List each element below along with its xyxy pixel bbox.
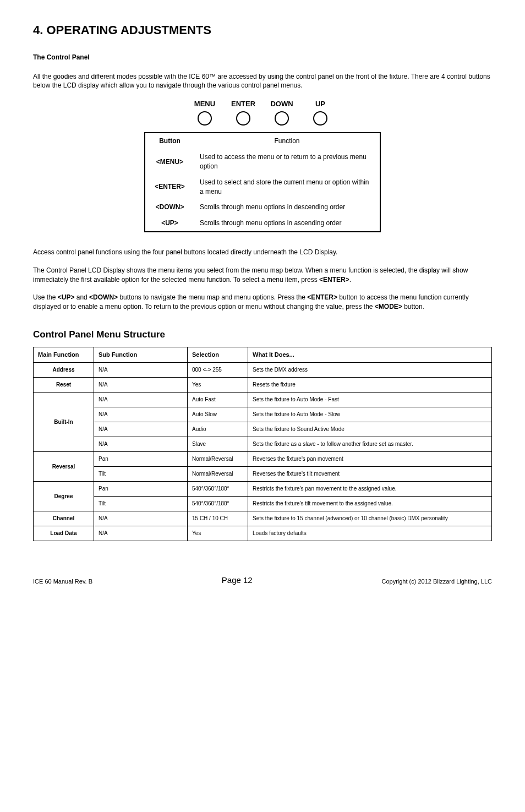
description-cell: Sets the fixture to Auto Mode - Fast: [248, 393, 492, 407]
sub-function-cell: N/A: [94, 422, 188, 437]
col-head: Selection: [188, 347, 248, 362]
main-function-cell: Reset: [34, 378, 94, 393]
function-desc-cell: Used to access the menu or to return to …: [194, 149, 380, 175]
sub-function-cell: Pan: [94, 482, 188, 497]
description-cell: Reverses the fixture's pan movement: [248, 452, 492, 467]
text: The Control Panel LCD Display shows the …: [33, 266, 468, 284]
selection-cell: Slave: [188, 437, 248, 452]
description-cell: Sets the fixture to 15 channel (advanced…: [248, 511, 492, 526]
text: .: [349, 276, 351, 284]
text: buttons to navigate the menu map and men…: [118, 293, 307, 301]
description-cell: Sets the fixture as a slave - to follow …: [248, 437, 492, 452]
panel-button-label: UP: [315, 99, 325, 109]
section-subhead: The Control Panel: [33, 53, 492, 62]
table-row: N/AAudioSets the fixture to Sound Active…: [34, 422, 492, 437]
description-cell: Sets the fixture to Sound Active Mode: [248, 422, 492, 437]
selection-cell: Normal/Reversal: [188, 452, 248, 467]
sub-function-cell: Tilt: [94, 467, 188, 482]
paragraph: Use the <UP> and <DOWN> buttons to navig…: [33, 293, 492, 312]
keycap: <ENTER>: [319, 276, 349, 284]
footer-page-number: Page 12: [92, 574, 381, 586]
sub-function-cell: Pan: [94, 452, 188, 467]
table-row: Tilt540°/360°/180°Restricts the fixture'…: [34, 497, 492, 511]
circle-icon: [275, 111, 289, 126]
sub-function-cell: N/A: [94, 393, 188, 407]
button-name-cell: <MENU>: [145, 149, 194, 175]
panel-button-label: DOWN: [270, 99, 293, 109]
table-row: TiltNormal/ReversalReverses the fixture'…: [34, 467, 492, 482]
table-row: <UP>Scrolls through menu options in asce…: [145, 215, 380, 232]
panel-button: DOWN: [266, 99, 297, 126]
table-row: ChannelN/A15 CH / 10 CHSets the fixture …: [34, 511, 492, 526]
table-row: <MENU>Used to access the menu or to retu…: [145, 149, 380, 175]
description-cell: Sets the fixture to Auto Mode - Slow: [248, 407, 492, 422]
col-head-button: Button: [145, 133, 194, 149]
keycap: <DOWN>: [89, 293, 118, 301]
sub-function-cell: N/A: [94, 378, 188, 393]
button-name-cell: <ENTER>: [145, 175, 194, 200]
col-head: Sub Function: [94, 347, 188, 362]
intro-paragraph: All the goodies and different modes poss…: [33, 72, 492, 91]
selection-cell: Auto Fast: [188, 393, 248, 407]
selection-cell: 540°/360°/180°: [188, 497, 248, 511]
circle-icon: [198, 111, 212, 126]
table-row: ResetN/AYesResets the fixture: [34, 378, 492, 393]
panel-button: UP: [305, 99, 336, 126]
panel-button-label: ENTER: [231, 99, 255, 109]
panel-button-diagram: MENU ENTER DOWN UP: [33, 99, 492, 126]
col-head-function: Function: [194, 133, 380, 149]
menu-structure-heading: Control Panel Menu Structure: [33, 328, 492, 341]
selection-cell: Normal/Reversal: [188, 467, 248, 482]
sub-function-cell: N/A: [94, 363, 188, 378]
keycap: <ENTER>: [307, 293, 337, 301]
text: button.: [402, 303, 424, 310]
col-head: What It Does...: [248, 347, 492, 362]
main-function-cell: Reversal: [34, 452, 94, 482]
description-cell: Reverses the fixture's tilt movement: [248, 467, 492, 482]
panel-button: ENTER: [228, 99, 259, 126]
selection-cell: Auto Slow: [188, 407, 248, 422]
function-desc-cell: Scrolls through menu options in ascendin…: [194, 215, 380, 232]
selection-cell: Yes: [188, 526, 248, 541]
circle-icon: [236, 111, 250, 126]
page-footer: ICE 60 Manual Rev. B Page 12 Copyright (…: [33, 574, 492, 586]
main-function-cell: Address: [34, 363, 94, 378]
description-cell: Loads factory defaults: [248, 526, 492, 541]
function-desc-cell: Scrolls through menu options in descendi…: [194, 199, 380, 215]
description-cell: Restricts the fixture's pan movement to …: [248, 482, 492, 497]
main-function-cell: Channel: [34, 511, 94, 526]
main-function-cell: Built-In: [34, 393, 94, 452]
footer-left: ICE 60 Manual Rev. B: [33, 577, 92, 586]
table-row: <ENTER>Used to select and store the curr…: [145, 175, 380, 200]
button-name-cell: <UP>: [145, 215, 194, 232]
panel-button-label: MENU: [194, 99, 215, 109]
function-desc-cell: Used to select and store the current men…: [194, 175, 380, 200]
panel-button: MENU: [189, 99, 220, 126]
paragraph: The Control Panel LCD Display shows the …: [33, 266, 492, 285]
text: Use the: [33, 293, 58, 301]
selection-cell: Audio: [188, 422, 248, 437]
main-function-cell: Degree: [34, 482, 94, 511]
sub-function-cell: N/A: [94, 526, 188, 541]
keycap: <MODE>: [375, 303, 402, 310]
table-row: AddressN/A000 <-> 255Sets the DMX addres…: [34, 363, 492, 378]
page-title: 4. OPERATING ADJUSTMENTS: [33, 22, 492, 39]
circle-icon: [313, 111, 327, 126]
col-head: Main Function: [34, 347, 94, 362]
selection-cell: 000 <-> 255: [188, 363, 248, 378]
main-function-cell: Load Data: [34, 526, 94, 541]
description-cell: Sets the DMX address: [248, 363, 492, 378]
table-row: ReversalPanNormal/ReversalReverses the f…: [34, 452, 492, 467]
table-row: Load DataN/AYesLoads factory defaults: [34, 526, 492, 541]
text: and: [74, 293, 89, 301]
footer-right: Copyright (c) 2012 Blizzard Lighting, LL…: [381, 577, 492, 586]
sub-function-cell: N/A: [94, 437, 188, 452]
paragraph: Access control panel functions using the…: [33, 248, 492, 257]
table-row: Built-InN/AAuto FastSets the fixture to …: [34, 393, 492, 407]
table-row: N/AAuto SlowSets the fixture to Auto Mod…: [34, 407, 492, 422]
sub-function-cell: Tilt: [94, 497, 188, 511]
keycap: <UP>: [58, 293, 75, 301]
description-cell: Resets the fixture: [248, 378, 492, 393]
button-function-table: Button Function <MENU>Used to access the…: [144, 132, 381, 232]
selection-cell: Yes: [188, 378, 248, 393]
